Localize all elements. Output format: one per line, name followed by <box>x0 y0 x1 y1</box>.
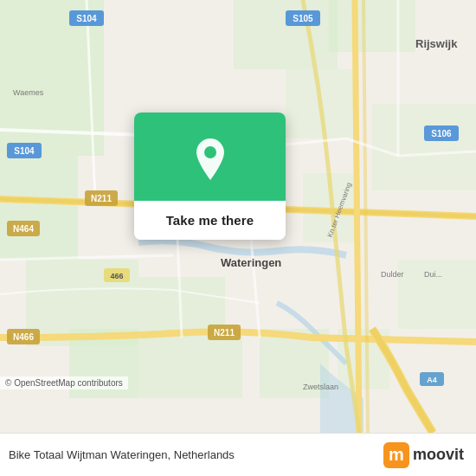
svg-rect-2 <box>0 156 78 260</box>
svg-text:S105: S105 <box>293 14 313 23</box>
svg-text:Dulder: Dulder <box>381 270 404 279</box>
svg-text:A4: A4 <box>427 376 437 384</box>
moovit-logo: m moovit <box>383 442 464 468</box>
svg-text:N211: N211 <box>91 194 112 203</box>
svg-text:N466: N466 <box>13 332 34 342</box>
svg-text:Zwetslaan: Zwetslaan <box>303 383 338 391</box>
svg-text:N464: N464 <box>13 224 34 234</box>
svg-text:466: 466 <box>110 272 123 280</box>
svg-text:S104: S104 <box>14 146 35 156</box>
svg-text:S106: S106 <box>431 129 452 138</box>
location-pin-icon <box>191 137 229 182</box>
svg-text:N211: N211 <box>214 328 235 338</box>
footer-bar: Bike Totaal Wijtman Wateringen, Netherla… <box>0 433 476 476</box>
take-me-there-button[interactable]: Take me there <box>134 201 286 240</box>
moovit-letter: m <box>383 442 409 468</box>
popup-header <box>134 113 286 201</box>
copyright-text: © OpenStreetMap contributors <box>5 378 123 388</box>
svg-text:Dui...: Dui... <box>424 270 442 279</box>
svg-text:Waemes: Waemes <box>13 88 44 97</box>
moovit-brand: moovit <box>413 446 464 464</box>
svg-rect-8 <box>329 0 415 52</box>
svg-text:S104: S104 <box>76 14 97 23</box>
svg-rect-7 <box>234 0 338 69</box>
location-label: Bike Totaal Wijtman Wateringen, Netherla… <box>9 448 235 461</box>
svg-point-42 <box>204 146 216 158</box>
location-popup: Take me there <box>134 113 286 240</box>
svg-text:Rijswijk: Rijswijk <box>415 37 458 50</box>
map-container[interactable]: S104 S104 S105 S106 N211 N211 N464 N466 … <box>0 0 476 433</box>
svg-rect-11 <box>372 104 476 190</box>
copyright-bar: © OpenStreetMap contributors <box>0 376 128 389</box>
svg-text:Wateringen: Wateringen <box>221 256 281 269</box>
